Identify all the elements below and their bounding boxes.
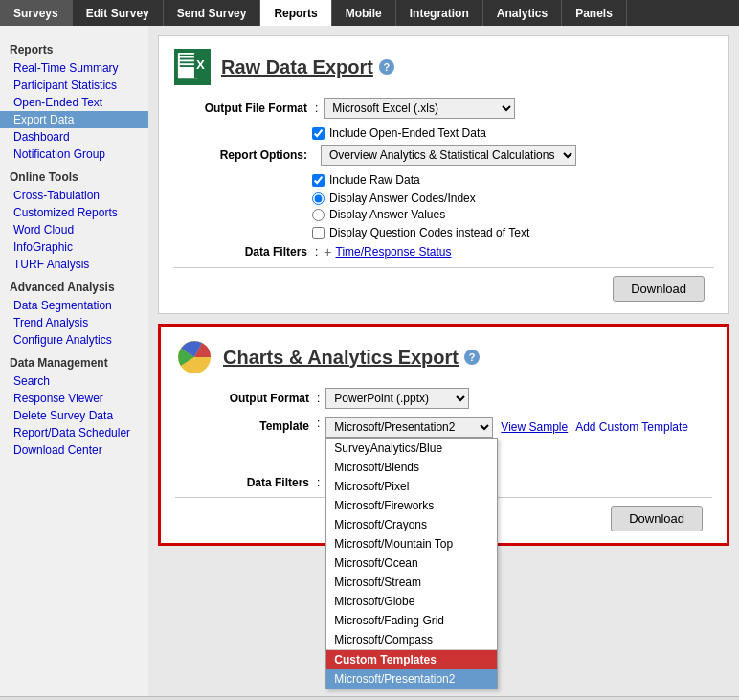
dropdown-item-microsoft-fading-grid[interactable]: Microsoft/Fading Grid (326, 611, 497, 630)
footer: © 2013 SurveyAnalytics 800-326-5570 (0, 696, 739, 700)
nav-reports[interactable]: Reports (260, 0, 331, 26)
dropdown-item-microsoft-compass[interactable]: Microsoft/Compass (326, 630, 497, 649)
dropdown-item-surveyanalytics-blue[interactable]: SurveyAnalytics/Blue (326, 439, 497, 458)
sidebar-item-customized-reports[interactable]: Customized Reports (0, 204, 148, 221)
charts-header: Charts & Analytics Export ? (175, 338, 712, 376)
sidebar-item-export-data[interactable]: Export Data (0, 111, 148, 128)
output-format-select[interactable]: Microsoft Excel (.xls) (324, 98, 515, 119)
sidebar-item-search[interactable]: Search (0, 373, 148, 390)
include-raw-data-checkbox[interactable] (312, 174, 325, 187)
sidebar-group-advanced-analysis: Advanced Analysis (0, 273, 148, 297)
charts-output-format-select[interactable]: PowerPoint (.pptx) (325, 388, 469, 409)
include-open-ended-checkbox[interactable] (312, 127, 325, 140)
sidebar-item-open-ended-text[interactable]: Open-Ended Text (0, 94, 148, 111)
nav-integration[interactable]: Integration (396, 0, 483, 26)
charts-analytics-panel: Charts & Analytics Export ? Output Forma… (158, 324, 729, 546)
dropdown-item-microsoft-mountain-top[interactable]: Microsoft/Mountain Top (326, 534, 497, 553)
sidebar-item-trend-analysis[interactable]: Trend Analysis (0, 314, 148, 331)
svg-rect-5 (180, 65, 196, 67)
raw-data-filters-label: Data Filters (183, 245, 307, 259)
sidebar-item-configure-analytics[interactable]: Configure Analytics (0, 331, 148, 349)
output-format-row: Output File Format : Microsoft Excel (.x… (173, 98, 714, 119)
template-select-wrap: Microsoft/Presentation2 SurveyAnalytics/… (325, 417, 493, 438)
template-colon: : (317, 417, 320, 430)
charts-output-colon: : (317, 392, 320, 405)
sidebar-item-cross-tabulation[interactable]: Cross-Tabulation (0, 187, 148, 204)
radio-answer-codes-row: Display Answer Codes/Index (312, 192, 714, 205)
charts-data-filters-label: Data Filters (185, 476, 309, 489)
output-format-label: Output File Format (183, 102, 307, 115)
radio-answer-values-label: Display Answer Values (329, 208, 445, 221)
charts-filters-colon: : (317, 476, 320, 489)
sidebar: Reports Real-Time Summary Participant St… (0, 26, 148, 696)
report-options-select[interactable]: Overview Analytics & Statistical Calcula… (321, 145, 576, 166)
main-content: X Raw Data Export ? Output File Format :… (148, 26, 739, 696)
raw-data-filters-row: Data Filters : + Time/Response Status (173, 244, 714, 260)
nav-edit-survey[interactable]: Edit Survey (73, 0, 164, 26)
charts-download-button[interactable]: Download (611, 506, 703, 531)
template-label: Template (185, 417, 309, 433)
nav-panels[interactable]: Panels (562, 0, 627, 26)
radio-answer-values[interactable] (312, 209, 325, 221)
radio-answer-codes-label: Display Answer Codes/Index (329, 192, 476, 205)
sidebar-group-online-tools: Online Tools (0, 163, 148, 187)
raw-data-download-row: Download (173, 276, 714, 302)
svg-rect-3 (180, 58, 196, 60)
sidebar-item-dashboard[interactable]: Dashboard (0, 128, 148, 146)
charts-output-format-label: Output Format (185, 392, 309, 405)
raw-data-title: Raw Data Export (221, 56, 373, 79)
excel-icon: X (173, 48, 212, 86)
sidebar-item-infographic[interactable]: InfoGraphic (0, 238, 148, 256)
dropdown-item-microsoft-fireworks[interactable]: Microsoft/Fireworks (326, 496, 497, 515)
dropdown-custom-templates-header: Custom Templates (326, 649, 497, 669)
raw-data-download-button[interactable]: Download (613, 276, 705, 302)
include-open-ended-label: Include Open-Ended Text Data (329, 126, 486, 140)
sidebar-group-data-management: Data Management (0, 349, 148, 373)
dropdown-item-microsoft-globe[interactable]: Microsoft/Globe (326, 592, 497, 611)
sidebar-item-response-viewer[interactable]: Response Viewer (0, 390, 148, 407)
sidebar-item-data-segmentation[interactable]: Data Segmentation (0, 297, 148, 314)
view-sample-link[interactable]: View Sample (501, 420, 568, 434)
include-raw-data-label: Include Raw Data (329, 173, 420, 187)
charts-title: Charts & Analytics Export (223, 347, 459, 369)
svg-rect-4 (180, 61, 196, 63)
dropdown-item-microsoft-crayons[interactable]: Microsoft/Crayons (326, 515, 497, 534)
template-dropdown-list: SurveyAnalytics/Blue Microsoft/Blends Mi… (325, 438, 498, 689)
sidebar-item-download-center[interactable]: Download Center (0, 441, 148, 459)
sidebar-item-real-time-summary[interactable]: Real-Time Summary (0, 59, 148, 77)
report-options-label: Report Options: (183, 148, 307, 162)
report-options-row: Report Options: Overview Analytics & Sta… (173, 145, 714, 166)
expand-icon[interactable]: + (324, 244, 331, 260)
display-question-codes-checkbox[interactable] (312, 227, 325, 239)
template-select[interactable]: Microsoft/Presentation2 (325, 417, 493, 438)
nav-send-survey[interactable]: Send Survey (164, 0, 261, 26)
nav-surveys[interactable]: Surveys (0, 0, 73, 26)
nav-analytics[interactable]: Analytics (483, 0, 562, 26)
sidebar-item-participant-statistics[interactable]: Participant Statistics (0, 77, 148, 94)
display-question-codes-label: Display Question Codes instead of Text (329, 226, 529, 239)
dropdown-item-microsoft-stream[interactable]: Microsoft/Stream (326, 573, 497, 592)
sidebar-item-notification-group[interactable]: Notification Group (0, 146, 148, 163)
time-response-link[interactable]: Time/Response Status (336, 245, 452, 259)
sidebar-group-reports: Reports (0, 35, 148, 59)
dropdown-item-microsoft-pixel[interactable]: Microsoft/Pixel (326, 477, 497, 496)
dropdown-item-microsoft-presentation2[interactable]: Microsoft/Presentation2 (326, 669, 497, 689)
nav-mobile[interactable]: Mobile (332, 0, 396, 26)
raw-data-help-icon[interactable]: ? (379, 59, 394, 75)
pie-chart-icon (175, 338, 213, 376)
add-custom-template-link[interactable]: Add Custom Template (575, 420, 688, 434)
dropdown-item-microsoft-blends[interactable]: Microsoft/Blends (326, 458, 497, 477)
svg-text:X: X (196, 57, 205, 72)
svg-rect-2 (180, 55, 196, 56)
sidebar-item-delete-survey-data[interactable]: Delete Survey Data (0, 407, 148, 424)
top-navigation: Surveys Edit Survey Send Survey Reports … (0, 0, 739, 26)
display-question-codes-row: Display Question Codes instead of Text (173, 226, 714, 239)
charts-help-icon[interactable]: ? (464, 350, 480, 365)
dropdown-item-microsoft-ocean[interactable]: Microsoft/Ocean (326, 553, 497, 573)
include-open-ended-row: Include Open-Ended Text Data (173, 126, 714, 140)
sidebar-item-report-data-scheduler[interactable]: Report/Data Scheduler (0, 424, 148, 441)
sidebar-item-turf-analysis[interactable]: TURF Analysis (0, 256, 148, 273)
raw-data-separator (173, 267, 714, 268)
sidebar-item-word-cloud[interactable]: Word Cloud (0, 221, 148, 238)
radio-answer-codes[interactable] (312, 192, 325, 205)
